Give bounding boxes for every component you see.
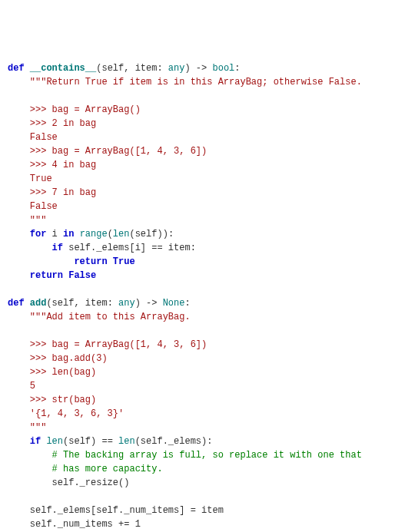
func-name: add (30, 298, 47, 309)
params: (self, item: (46, 298, 118, 309)
keyword-in: in (63, 229, 74, 240)
docstring: >>> 7 in bag (8, 187, 96, 198)
assignment: self._num_items += 1 (8, 519, 141, 530)
docstring: >>> bag = ArrayBag([1, 4, 3, 6]) (8, 146, 207, 157)
comment: # The backing array is full, so replace … (8, 450, 362, 461)
var-i: i (46, 229, 63, 240)
docstring: False (8, 201, 58, 212)
builtin-range: range (74, 229, 107, 240)
builtin-len: len (113, 229, 130, 240)
params-close: ) -> (184, 63, 212, 74)
comment: # has more capacity. (8, 464, 163, 474)
builtin-len: len (118, 436, 135, 447)
if-body: self._elems[i] == item: (63, 243, 196, 253)
type-any: any (168, 63, 185, 74)
call-resize: self._resize() (8, 477, 129, 488)
keyword-if: if (52, 243, 63, 253)
type-any: any (118, 298, 135, 309)
docstring: >>> str(bag) (8, 395, 96, 405)
params-close: ) -> (135, 298, 163, 309)
docstring: >>> bag = ArrayBag() (8, 104, 141, 115)
code-block: def __contains__(self, item: any) -> boo… (8, 61, 387, 532)
keyword-if: if (30, 436, 41, 447)
docstring: 5 (8, 381, 35, 392)
keyword-def: def (8, 63, 25, 74)
docstring: """Add item to this ArrayBag. (8, 312, 191, 322)
colon: : (234, 63, 240, 74)
keyword-for: for (30, 229, 47, 240)
func-name: __contains__ (30, 63, 96, 74)
if-mid: (self) == (63, 436, 118, 447)
docstring: True (8, 173, 52, 184)
docstring: >>> bag.add(3) (8, 353, 108, 364)
docstring: >>> 2 in bag (8, 118, 96, 129)
colon: : (184, 298, 190, 309)
docstring: '{1, 4, 3, 6, 3}' (8, 408, 124, 419)
if-tail: (self._elems): (135, 436, 213, 447)
assignment: self._elems[self._num_items] = item (8, 505, 224, 516)
params: (self, item: (96, 63, 168, 74)
builtin-len: len (41, 436, 63, 447)
docstring: """ (8, 215, 46, 226)
docstring: >>> 4 in bag (8, 160, 96, 170)
docstring: """Return True if item is in this ArrayB… (8, 77, 362, 88)
ret-type: bool (212, 63, 234, 74)
docstring: >>> bag = ArrayBag([1, 4, 3, 6]) (8, 339, 207, 350)
docstring: False (8, 132, 58, 143)
return-false: return False (30, 270, 96, 281)
docstring: >>> len(bag) (8, 367, 96, 378)
return-true: return True (74, 256, 134, 267)
docstring: """ (8, 422, 46, 433)
keyword-def: def (8, 298, 25, 309)
for-tail: (self)): (129, 229, 174, 240)
ret-type: None (163, 298, 185, 309)
